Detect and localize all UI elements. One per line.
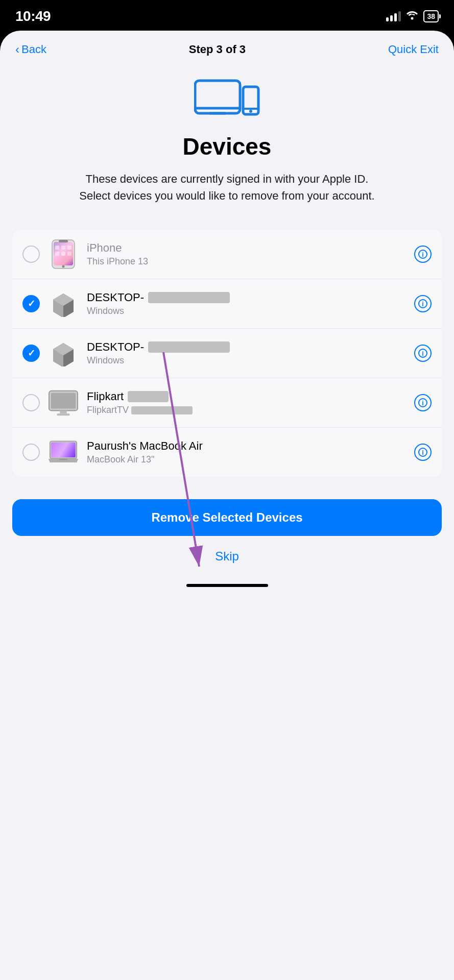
status-icons: 38 [386, 10, 439, 23]
device-image-iphone [48, 239, 79, 270]
svg-text:i: i [422, 350, 423, 357]
device-info-flipkart: Flipkart FlipkartTV [87, 390, 406, 415]
device-image-flipkart [48, 387, 79, 418]
desktop2-name-blur [148, 341, 230, 353]
device-checkbox-desktop1[interactable] [22, 295, 40, 312]
page-title: Devices [183, 133, 272, 160]
device-info-iphone: iPhone This iPhone 13 [87, 241, 406, 267]
info-button-desktop2[interactable]: i [414, 345, 432, 362]
nav-bar: ‹ Back Step 3 of 3 Quick Exit [0, 31, 454, 61]
device-image-desktop2 [48, 338, 79, 369]
svg-text:i: i [422, 400, 423, 407]
battery-icon: 38 [423, 10, 439, 22]
status-time: 10:49 [15, 8, 51, 24]
device-item-iphone[interactable]: iPhone This iPhone 13 i [12, 230, 442, 279]
device-item-flipkart[interactable]: Flipkart FlipkartTV i [12, 378, 442, 428]
desktop1-name-blur [148, 292, 230, 303]
svg-rect-16 [67, 252, 71, 256]
svg-rect-10 [59, 240, 68, 242]
device-checkbox-macbook[interactable] [22, 444, 40, 461]
back-button[interactable]: ‹ Back [15, 43, 46, 56]
info-button-flipkart[interactable]: i [414, 394, 432, 411]
info-button-iphone[interactable]: i [414, 246, 432, 263]
svg-text:i: i [422, 449, 423, 456]
skip-button[interactable]: Skip [0, 544, 454, 569]
svg-text:i: i [422, 251, 423, 258]
device-name-desktop2: DESKTOP- [87, 340, 406, 354]
svg-rect-31 [51, 443, 75, 457]
device-item-desktop2[interactable]: DESKTOP- Windows i [12, 329, 442, 378]
flipkart-name-blur [128, 391, 169, 402]
device-name-iphone: iPhone [87, 241, 406, 255]
device-checkbox-iphone[interactable] [22, 246, 40, 263]
devices-icon [194, 77, 260, 122]
svg-point-17 [62, 265, 65, 268]
svg-rect-14 [55, 252, 59, 256]
back-chevron-icon: ‹ [15, 43, 19, 56]
device-info-desktop2: DESKTOP- Windows [87, 340, 406, 366]
device-name-macbook: Paurush's MacBook Air [87, 439, 406, 453]
svg-rect-25 [51, 393, 76, 409]
quick-exit-button[interactable]: Quick Exit [388, 43, 439, 56]
svg-rect-13 [67, 246, 71, 250]
device-sub-flipkart: FlipkartTV [87, 405, 406, 415]
device-info-macbook: Paurush's MacBook Air MacBook Air 13" [87, 439, 406, 465]
device-image-desktop1 [48, 288, 79, 319]
flipkart-sub-blur [131, 406, 193, 414]
device-item-desktop1[interactable]: DESKTOP- Windows i [12, 279, 442, 329]
device-image-macbook [48, 437, 79, 468]
device-sub-iphone: This iPhone 13 [87, 256, 406, 267]
wifi-icon [406, 10, 418, 23]
info-button-macbook[interactable]: i [414, 444, 432, 461]
svg-rect-11 [55, 246, 59, 250]
status-bar: 10:49 38 [0, 0, 454, 31]
device-sub-desktop1: Windows [87, 306, 406, 316]
hero-section: Devices These devices are currently sign… [0, 61, 454, 219]
device-info-desktop1: DESKTOP- Windows [87, 291, 406, 316]
device-name-flipkart: Flipkart [87, 390, 406, 403]
svg-point-6 [249, 110, 252, 113]
info-button-desktop1[interactable]: i [414, 295, 432, 312]
device-checkbox-desktop2[interactable] [22, 345, 40, 362]
device-name-desktop1: DESKTOP- [87, 291, 406, 304]
svg-rect-15 [61, 252, 65, 256]
signal-icon [386, 11, 401, 21]
svg-text:i: i [422, 301, 423, 308]
device-item-macbook[interactable]: Paurush's MacBook Air MacBook Air 13" i [12, 428, 442, 477]
svg-rect-26 [60, 410, 67, 413]
main-content: ‹ Back Step 3 of 3 Quick Exit Devices Th… [0, 31, 454, 980]
remove-selected-button[interactable]: Remove Selected Devices [12, 499, 442, 536]
devices-list: iPhone This iPhone 13 i [12, 230, 442, 477]
home-indicator [186, 584, 268, 587]
svg-rect-12 [61, 246, 65, 250]
svg-rect-32 [59, 459, 67, 460]
page-description: These devices are currently signed in wi… [74, 170, 380, 204]
device-sub-desktop2: Windows [87, 355, 406, 366]
svg-point-0 [411, 17, 414, 19]
device-sub-macbook: MacBook Air 13" [87, 454, 406, 465]
device-checkbox-flipkart[interactable] [22, 394, 40, 411]
step-title: Step 3 of 3 [189, 43, 246, 56]
svg-rect-27 [57, 413, 69, 415]
